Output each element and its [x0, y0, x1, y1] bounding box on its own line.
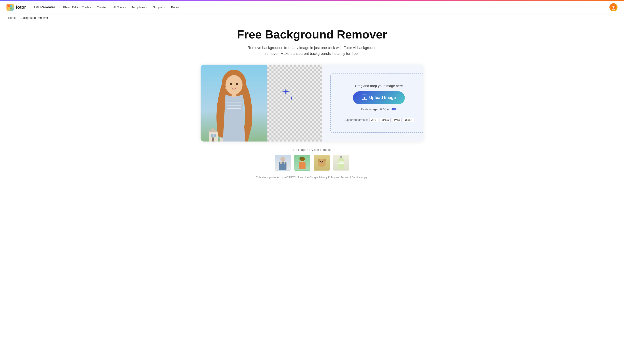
url-link[interactable]: URL [391, 107, 397, 111]
svg-point-21 [225, 87, 226, 89]
paste-text: Paste image (⌘ V) or URL [361, 107, 397, 111]
svg-rect-1 [10, 5, 12, 7]
sample-image-woman[interactable] [294, 155, 310, 171]
bg-remover-label: BG Remover [34, 5, 55, 9]
nav-create[interactable]: Create ▾ [94, 4, 110, 11]
svg-rect-24 [279, 162, 286, 170]
chevron-down-icon: ▾ [106, 6, 107, 8]
svg-point-34 [323, 159, 326, 162]
nav-items: Photo Editing Tools ▾ Create ▾ AI Tools … [61, 4, 609, 11]
upload-icon [362, 95, 367, 101]
sample-label: No image? Try one of these [293, 148, 331, 151]
format-jpg: JPG [369, 118, 378, 122]
formats-row: Supported formats: JPG JPEG PNG WebP [344, 118, 414, 122]
breadcrumb-separator: › [18, 16, 19, 20]
svg-point-5 [612, 6, 615, 8]
demo-bg-sky [201, 65, 267, 142]
sample-images [275, 155, 349, 171]
svg-rect-40 [339, 161, 344, 164]
format-webp: WebP [403, 118, 414, 122]
nav-photo-editing-tools[interactable]: Photo Editing Tools ▾ [61, 4, 93, 11]
woman-figure-svg [206, 69, 262, 142]
svg-point-36 [322, 161, 323, 162]
pro-badge: Pro [614, 3, 618, 5]
sparkle-large-icon [281, 87, 291, 97]
fotor-text: fotor [16, 5, 26, 10]
sample-image-dog[interactable] [314, 155, 330, 171]
svg-point-33 [318, 159, 320, 162]
svg-point-19 [236, 83, 238, 85]
dropzone-container: Drag and drop your image here Upload Ima… [322, 65, 423, 142]
sample-image-man[interactable] [275, 155, 291, 171]
svg-rect-2 [8, 7, 10, 9]
svg-point-17 [226, 75, 242, 95]
chevron-down-icon: ▾ [164, 6, 165, 8]
sparkle-small-icon [289, 96, 294, 100]
nav-support[interactable]: Support ▾ [151, 4, 168, 11]
user-avatar[interactable]: Pro [609, 3, 618, 11]
chevron-down-icon: ▾ [146, 6, 147, 8]
nav-pricing[interactable]: Pricing [169, 4, 183, 11]
svg-rect-25 [280, 162, 282, 164]
upload-section: Drag and drop your image here Upload Ima… [201, 65, 423, 142]
page-subtitle: Remove backgrounds from any image in jus… [241, 45, 383, 57]
svg-rect-0 [8, 5, 10, 7]
nav-divider [31, 5, 31, 10]
svg-rect-38 [340, 156, 342, 158]
nav-ai-tools[interactable]: AI Tools ▾ [111, 4, 128, 11]
sample-section: No image? Try one of these [201, 148, 423, 171]
nav-templates[interactable]: Templates ▾ [129, 4, 150, 11]
format-png: PNG [392, 118, 402, 122]
chevron-down-icon: ▾ [125, 6, 126, 8]
svg-point-35 [320, 161, 321, 162]
fotor-logo-icon [6, 4, 14, 11]
svg-rect-26 [284, 162, 285, 164]
svg-point-23 [280, 157, 285, 162]
demo-image-panel [201, 65, 322, 142]
drag-drop-text: Drag and drop your image here [355, 84, 403, 88]
formats-label: Supported formats: [344, 118, 368, 121]
svg-point-30 [300, 157, 302, 159]
upload-button-label: Upload Image [369, 95, 396, 100]
breadcrumb: Home › Background Remover [0, 14, 624, 22]
svg-rect-20 [232, 93, 236, 97]
sample-image-bottle[interactable] [333, 155, 349, 171]
breadcrumb-current: Background Remover [21, 16, 48, 20]
main-content: Free Background Remover Remove backgroun… [0, 22, 624, 187]
footer-note: This site is protected by reCAPTCHA and … [256, 176, 368, 179]
upload-dropzone[interactable]: Drag and drop your image here Upload Ima… [330, 73, 423, 133]
sparkle-small-container [289, 96, 294, 101]
checkerboard-overlay [267, 65, 322, 142]
chevron-down-icon: ▾ [90, 6, 91, 8]
svg-rect-3 [10, 7, 12, 9]
upload-image-button[interactable]: Upload Image [353, 91, 405, 104]
navbar: fotor BG Remover Photo Editing Tools ▾ C… [0, 1, 624, 14]
svg-rect-29 [299, 162, 306, 169]
logo[interactable]: fotor [6, 4, 26, 11]
page-title: Free Background Remover [237, 28, 387, 41]
svg-point-18 [230, 83, 232, 85]
format-jpeg: JPEG [380, 118, 390, 122]
svg-point-37 [321, 162, 323, 163]
breadcrumb-home[interactable]: Home [8, 16, 16, 20]
